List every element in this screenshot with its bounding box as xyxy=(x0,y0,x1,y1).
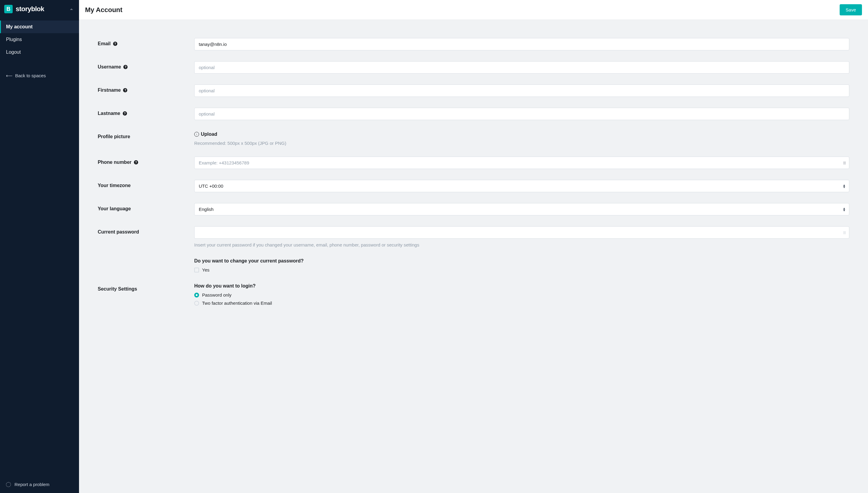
report-label: Report a problem xyxy=(15,482,49,487)
content: Email ? Username ? Firstname ? xyxy=(79,20,868,493)
label-current-password: Current password xyxy=(98,226,194,235)
caret-up-icon[interactable] xyxy=(70,8,73,10)
security-question: How do you want to login? xyxy=(194,283,849,289)
radio-label-two-factor-email: Two factor authentication via Email xyxy=(202,301,272,306)
sidebar-item-logout[interactable]: Logout xyxy=(0,46,79,59)
firstname-input[interactable] xyxy=(194,84,849,97)
change-password-question: Do you want to change your current passw… xyxy=(194,258,849,264)
row-lastname: Lastname ? xyxy=(98,108,849,120)
upload-button[interactable]: ↑ Upload xyxy=(194,131,217,137)
row-security: Security Settings How do you want to log… xyxy=(98,283,849,309)
row-phone: Phone number ? ⁞⁞ xyxy=(98,156,849,169)
back-label: Back to spaces xyxy=(15,73,46,78)
sidebar-item-plugins[interactable]: Plugins xyxy=(0,33,79,46)
report-problem-link[interactable]: Report a problem xyxy=(0,476,79,493)
label-email: Email ? xyxy=(98,38,194,46)
topbar: My Account Save xyxy=(79,0,868,20)
change-password-checkbox[interactable] xyxy=(194,267,199,273)
label-text-username: Username xyxy=(98,64,121,70)
radio-label-password-only: Password only xyxy=(202,292,231,298)
row-profile-picture: Profile picture ↑ Upload Recommended: 50… xyxy=(98,131,849,146)
back-to-spaces-link[interactable]: ⟵ Back to spaces xyxy=(0,67,79,84)
help-icon[interactable]: ? xyxy=(123,111,127,115)
nav-list: My account Plugins Logout xyxy=(0,18,79,59)
label-timezone: Your timezone xyxy=(98,180,194,188)
report-icon xyxy=(6,482,11,487)
phone-input[interactable] xyxy=(194,156,849,169)
help-icon[interactable]: ? xyxy=(124,65,128,69)
row-email: Email ? xyxy=(98,38,849,50)
label-language: Your language xyxy=(98,203,194,212)
save-button[interactable]: Save xyxy=(840,4,862,15)
label-phone: Phone number ? xyxy=(98,156,194,165)
logo-text: storyblok xyxy=(16,5,44,13)
current-password-hint: Insert your current password if you chan… xyxy=(194,242,849,248)
row-change-password: Do you want to change your current passw… xyxy=(98,258,849,273)
sidebar-item-my-account[interactable]: My account xyxy=(0,21,79,33)
main: My Account Save Email ? Username ? First xyxy=(79,0,868,493)
row-current-password: Current password ⁞⁞ Insert your current … xyxy=(98,226,849,248)
label-lastname: Lastname ? xyxy=(98,108,194,116)
row-timezone: Your timezone UTC +00:00 ▴▾ xyxy=(98,180,849,192)
label-text-email: Email xyxy=(98,41,111,46)
page-title: My Account xyxy=(85,6,123,14)
label-text-language: Your language xyxy=(98,206,131,212)
autofill-icon[interactable]: ⁞⁞ xyxy=(843,230,846,235)
radio-two-factor-email[interactable] xyxy=(194,301,199,306)
row-firstname: Firstname ? xyxy=(98,84,849,97)
upload-label: Upload xyxy=(201,132,217,137)
label-username: Username ? xyxy=(98,61,194,70)
profile-picture-hint: Recommended: 500px x 500px (JPG or PNG) xyxy=(194,141,849,146)
label-text-lastname: Lastname xyxy=(98,111,120,116)
sidebar-header[interactable]: B storyblok xyxy=(0,0,79,18)
row-username: Username ? xyxy=(98,61,849,73)
label-text-firstname: Firstname xyxy=(98,87,120,93)
label-text-current-password: Current password xyxy=(98,229,139,235)
row-language: Your language English ▴▾ xyxy=(98,203,849,215)
autofill-icon[interactable]: ⁞⁞ xyxy=(843,160,846,165)
help-icon[interactable]: ? xyxy=(113,42,117,46)
label-security: Security Settings xyxy=(98,283,194,292)
timezone-select[interactable]: UTC +00:00 xyxy=(194,180,849,192)
username-input[interactable] xyxy=(194,61,849,73)
email-input[interactable] xyxy=(194,38,849,50)
help-icon[interactable]: ? xyxy=(134,160,138,165)
label-text-phone: Phone number xyxy=(98,159,132,165)
help-icon[interactable]: ? xyxy=(123,88,127,92)
arrow-left-icon: ⟵ xyxy=(6,73,12,78)
current-password-input[interactable] xyxy=(194,226,849,239)
radio-password-only[interactable] xyxy=(194,293,199,298)
sidebar: B storyblok My account Plugins Logout ⟵ … xyxy=(0,0,79,493)
label-firstname: Firstname ? xyxy=(98,84,194,93)
label-text-security: Security Settings xyxy=(98,286,137,292)
label-text-profile-picture: Profile picture xyxy=(98,134,130,140)
label-profile-picture: Profile picture xyxy=(98,131,194,140)
upload-icon: ↑ xyxy=(194,132,199,137)
label-text-timezone: Your timezone xyxy=(98,183,131,188)
lastname-input[interactable] xyxy=(194,108,849,120)
language-select[interactable]: English xyxy=(194,203,849,215)
change-password-yes-label: Yes xyxy=(202,267,209,273)
logo-icon: B xyxy=(4,5,13,13)
